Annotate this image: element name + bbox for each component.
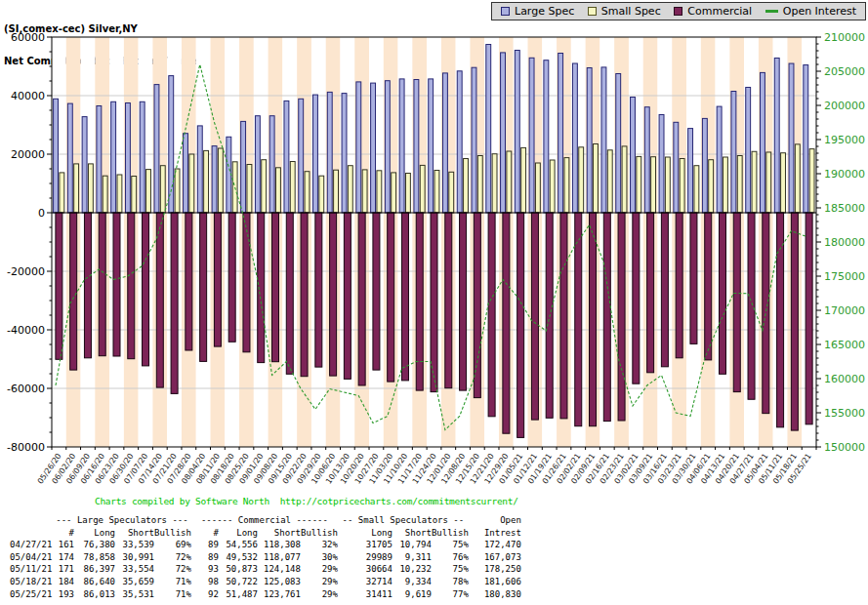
table-column-header: #: [191, 527, 219, 540]
table-cell: 76,380: [74, 539, 115, 551]
table-cell: 05/04/21: [10, 551, 53, 564]
table-cell: 9,619: [393, 588, 432, 601]
table-cell: 50,873: [219, 563, 258, 576]
table-cell: 118,308: [258, 539, 301, 551]
table-cell: 29989: [338, 551, 393, 564]
cot-chart: -80000-60000-40000-200000200004000060000…: [0, 0, 868, 494]
table-cell: 75%: [432, 539, 469, 551]
table-cell: 35,659: [115, 576, 154, 588]
table-cell: 193: [53, 588, 74, 601]
table-cell: 32714: [338, 576, 393, 588]
table-cell: 86,640: [74, 576, 115, 588]
table-group-header-row: --- Large Speculators --------- Commerci…: [10, 514, 521, 527]
svg-text:20000: 20000: [11, 148, 45, 161]
table-cell: 167,073: [469, 551, 521, 564]
table-cell: 161: [53, 539, 74, 551]
table-cell: 86,013: [74, 588, 115, 601]
svg-text:175000: 175000: [824, 270, 865, 283]
table-column-header: Bullish: [432, 527, 469, 540]
table-cell: 78%: [432, 576, 469, 588]
table-cell: 33,554: [115, 563, 154, 576]
svg-text:210000: 210000: [824, 31, 865, 44]
table-group-header: Open: [469, 514, 521, 527]
svg-text:60000: 60000: [11, 31, 45, 44]
table-cell: 05/18/21: [10, 576, 53, 588]
table-row: 05/04/2117478,85830,99172%8949,532118,07…: [10, 551, 521, 564]
table-column-header: Bullish: [301, 527, 338, 540]
table-cell: 31705: [338, 539, 393, 551]
svg-text:-20000: -20000: [7, 265, 45, 278]
table-column-header: Intrest: [469, 527, 521, 540]
table-column-header: Short: [258, 527, 301, 540]
table-cell: 9,334: [393, 576, 432, 588]
table-cell: 125,083: [258, 576, 301, 588]
table-cell: 174: [53, 551, 74, 564]
table-cell: 123,761: [258, 588, 301, 601]
svg-text:-60000: -60000: [7, 383, 45, 395]
svg-text:185000: 185000: [824, 202, 865, 215]
table-column-header: Long: [74, 527, 115, 540]
svg-text:155000: 155000: [824, 407, 865, 420]
table-cell: 10,794: [393, 539, 432, 551]
table-cell: 98: [191, 576, 219, 588]
table-cell: 29%: [301, 563, 338, 576]
table-column-header-row: #LongShortBullish#LongShortBullishLongSh…: [10, 527, 521, 540]
table-cell: 29%: [301, 576, 338, 588]
table-cell: 75%: [432, 563, 469, 576]
table-column-header: [10, 527, 53, 540]
table-cell: 10,232: [393, 563, 432, 576]
svg-text:200000: 200000: [824, 100, 865, 112]
svg-text:190000: 190000: [824, 168, 865, 181]
table-cell: 178,250: [469, 563, 521, 576]
chart-credit-url[interactable]: Charts compiled by Software North http:/…: [95, 496, 518, 506]
svg-text:40000: 40000: [11, 90, 45, 102]
svg-text:165000: 165000: [824, 339, 865, 351]
table-group-header: [10, 514, 53, 527]
table-cell: 172,470: [469, 539, 521, 551]
table-row: 05/25/2119386,01335,53171%9251,487123,76…: [10, 588, 521, 601]
table-row: 05/18/2118486,64035,65971%9850,722125,08…: [10, 576, 521, 588]
table-cell: 30664: [338, 563, 393, 576]
table-cell: 49,532: [219, 551, 258, 564]
table-cell: 78,858: [74, 551, 115, 564]
table-cell: 71%: [154, 576, 191, 588]
table-cell: 171: [53, 563, 74, 576]
table-cell: 54,556: [219, 539, 258, 551]
table-cell: 86,397: [74, 563, 115, 576]
table-cell: 184: [53, 576, 74, 588]
table-cell: 05/11/21: [10, 563, 53, 576]
table-column-header: Long: [219, 527, 258, 540]
svg-text:-80000: -80000: [7, 441, 45, 454]
table-cell: 180,830: [469, 588, 521, 601]
table-cell: 72%: [154, 563, 191, 576]
table-cell: 181,606: [469, 576, 521, 588]
table-column-header: Bullish: [154, 527, 191, 540]
table-cell: 89: [191, 539, 219, 551]
table-cell: 29%: [301, 588, 338, 601]
svg-text:160000: 160000: [824, 373, 865, 385]
table-cell: 93: [191, 563, 219, 576]
table-cell: 124,148: [258, 563, 301, 576]
table-cell: 89: [191, 551, 219, 564]
table-cell: 76%: [432, 551, 469, 564]
table-cell: 05/25/21: [10, 588, 53, 601]
table-cell: 32%: [301, 539, 338, 551]
table-cell: 118,077: [258, 551, 301, 564]
table-cell: 51,487: [219, 588, 258, 601]
table-column-header: Long: [338, 527, 393, 540]
table-group-header: ------ Commercial ------: [191, 514, 338, 527]
table-group-header: -- Small Speculators --: [338, 514, 469, 527]
svg-text:180000: 180000: [824, 236, 865, 249]
svg-text:150000: 150000: [824, 441, 865, 454]
cot-table: --- Large Speculators --------- Commerci…: [10, 514, 521, 600]
svg-text:195000: 195000: [824, 134, 865, 146]
table-cell: 04/27/21: [10, 539, 53, 551]
table-cell: 33,539: [115, 539, 154, 551]
table-cell: 9,311: [393, 551, 432, 564]
table-cell: 71%: [154, 588, 191, 601]
table-cell: 35,531: [115, 588, 154, 601]
table-group-header: --- Large Speculators ---: [53, 514, 191, 527]
table-column-header: Short: [115, 527, 154, 540]
svg-text:170000: 170000: [824, 304, 865, 317]
table-cell: 31411: [338, 588, 393, 601]
